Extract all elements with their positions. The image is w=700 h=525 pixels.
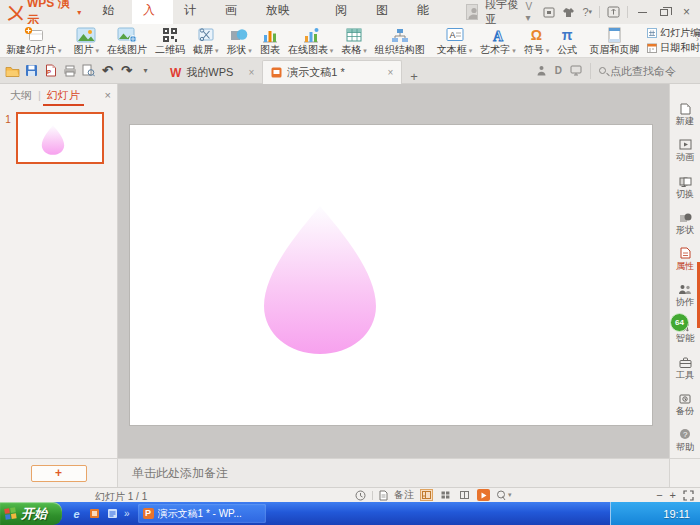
skin-shirt-icon[interactable]: [562, 7, 575, 18]
restore-button[interactable]: [657, 4, 672, 20]
status-bar: 幻灯片 1 / 1 备注 ▾ − +: [0, 487, 700, 502]
normal-view-button[interactable]: [420, 489, 433, 501]
slide-sorter-view-button[interactable]: [439, 489, 452, 501]
slide-number-button[interactable]: 幻灯片编号: [647, 26, 700, 40]
slideshow-play-button[interactable]: [477, 489, 490, 501]
sidebar-item-backup[interactable]: 备份: [670, 386, 700, 422]
sidebar-item-properties[interactable]: 属性: [670, 241, 700, 277]
upload-share-icon[interactable]: [607, 6, 620, 18]
panel-close-icon[interactable]: ×: [105, 89, 111, 101]
help-menu-icon[interactable]: ?▾: [582, 6, 592, 18]
quick-launch-icon-2[interactable]: [88, 507, 101, 520]
clock[interactable]: 19:11: [663, 508, 690, 520]
textbox-button[interactable]: A 文本框: [433, 25, 476, 57]
laser-pointer-button[interactable]: ▾: [496, 490, 512, 501]
qrcode-button[interactable]: 二维码: [151, 25, 189, 57]
quick-launch-overflow-chevron[interactable]: »: [124, 508, 130, 519]
tab-presentation1[interactable]: 演示文稿1 * ×: [262, 60, 402, 84]
header-footer-button[interactable]: 页眉和页脚: [585, 25, 643, 57]
export-pdf-icon[interactable]: P: [42, 62, 59, 80]
omega-icon: Ω: [531, 26, 542, 44]
user-name[interactable]: 段宇俊亚: [485, 0, 518, 27]
close-tab-icon[interactable]: ×: [387, 67, 393, 78]
docer-d-icon[interactable]: D: [555, 65, 562, 76]
start-button[interactable]: 开始: [0, 502, 62, 525]
customize-qat-caret-icon[interactable]: ▾: [137, 62, 154, 80]
document-tab-bar: P ↶ ↷ ▾ W 我的WPS × 演示文稿1 * × +: [0, 58, 700, 84]
sidebar-item-tools[interactable]: 工具: [670, 349, 700, 385]
picture-button[interactable]: 图片: [69, 25, 102, 57]
online-chart-button[interactable]: 在线图表: [284, 25, 337, 57]
user-avatar[interactable]: [466, 4, 479, 20]
minimize-button[interactable]: [635, 4, 650, 20]
open-folder-icon[interactable]: [4, 62, 21, 80]
statusbar-middle-cluster: 备注 ▾: [355, 488, 512, 502]
egg-shape[interactable]: [255, 203, 385, 357]
tab-outline[interactable]: 大纲: [6, 85, 36, 106]
message-box-icon[interactable]: [543, 6, 555, 18]
wps-w-icon: W: [170, 66, 181, 80]
print-preview-icon[interactable]: [80, 62, 97, 80]
reading-view-button[interactable]: [458, 489, 471, 501]
tab-view[interactable]: 视图: [365, 0, 406, 24]
zoom-in-button[interactable]: +: [670, 490, 676, 501]
sidebar-item-new[interactable]: 新建: [670, 96, 700, 132]
slide-panel: 大纲 | 幻灯片 × 1: [0, 84, 118, 458]
tab-slides[interactable]: 幻灯片: [43, 85, 84, 106]
display-monitor-icon[interactable]: [570, 65, 582, 76]
tab-design[interactable]: 设计: [173, 0, 214, 24]
notification-badge[interactable]: 64: [670, 313, 689, 332]
vip-badge[interactable]: V ▾: [525, 1, 536, 23]
picture-icon: [76, 26, 96, 44]
print-icon[interactable]: [61, 62, 78, 80]
tab-home[interactable]: 开始: [91, 0, 132, 24]
save-icon[interactable]: [23, 62, 40, 80]
tab-review[interactable]: 审阅: [324, 0, 365, 24]
quick-launch-icon-3[interactable]: [106, 507, 119, 520]
online-picture-button[interactable]: 在线图片: [103, 25, 151, 57]
slide-thumbnail[interactable]: [16, 112, 104, 164]
shapes-button[interactable]: 形状: [222, 25, 255, 57]
formula-button[interactable]: π 公式: [553, 25, 581, 57]
close-button[interactable]: ×: [679, 4, 694, 20]
main-area: 大纲 | 幻灯片 × 1: [0, 84, 700, 458]
datetime-button[interactable]: 日期和时间: [647, 41, 700, 55]
tab-insert[interactable]: 插入: [132, 0, 173, 24]
sidebar-item-shape[interactable]: 形状: [670, 205, 700, 241]
tab-slideshow[interactable]: 幻灯片放映: [255, 0, 324, 24]
undo-icon[interactable]: ↶: [99, 62, 116, 80]
tab-special-features[interactable]: 特色功能: [406, 0, 466, 24]
command-search[interactable]: [590, 63, 696, 79]
zoom-out-button[interactable]: −: [656, 490, 662, 501]
new-slide-button[interactable]: 新建幻灯片: [2, 25, 65, 57]
ie-icon[interactable]: e: [70, 507, 83, 520]
history-clock-icon[interactable]: [355, 490, 366, 501]
orgchart-button[interactable]: 组织结构图: [371, 25, 429, 57]
assistant-person-icon[interactable]: [536, 65, 547, 76]
tab-my-wps[interactable]: W 我的WPS ×: [162, 62, 262, 84]
symbol-button[interactable]: Ω 符号: [520, 25, 553, 57]
notes-area[interactable]: 单击此处添加备注: [118, 459, 669, 487]
redo-icon[interactable]: ↷: [118, 62, 135, 80]
sidebar-item-collaborate[interactable]: 协作: [670, 277, 700, 313]
wordart-button[interactable]: A 艺术字: [476, 25, 519, 57]
fit-window-icon[interactable]: [683, 490, 694, 501]
sidebar-item-animation[interactable]: 动画: [670, 132, 700, 168]
tab-animation[interactable]: 动画: [214, 0, 255, 24]
table-button[interactable]: 表格: [337, 25, 370, 57]
taskbar-task-button[interactable]: P 演示文稿1 * - WP...: [138, 504, 266, 523]
table-icon: [346, 26, 362, 44]
sidebar-item-help[interactable]: ? 帮助: [670, 422, 700, 458]
sidebar-item-transition[interactable]: 切换: [670, 168, 700, 204]
add-slide-button[interactable]: +: [31, 465, 87, 482]
svg-text:P: P: [47, 69, 51, 75]
notes-toggle-label[interactable]: 备注: [394, 488, 414, 502]
notes-toggle-icon[interactable]: [379, 490, 388, 501]
search-input[interactable]: [610, 65, 696, 77]
new-tab-button[interactable]: +: [402, 69, 426, 84]
slide-editing-surface[interactable]: [130, 125, 652, 425]
ribbon-overflow-chevron[interactable]: ›: [696, 34, 699, 44]
chart-button[interactable]: 图表: [256, 25, 284, 57]
close-tab-icon[interactable]: ×: [248, 67, 254, 78]
screenshot-button[interactable]: 截屏: [189, 25, 222, 57]
